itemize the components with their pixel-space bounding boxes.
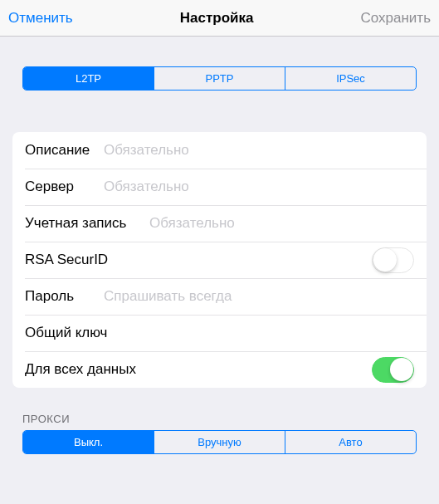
switch-knob — [373, 248, 397, 272]
label-shared-secret: Общий ключ — [25, 325, 115, 341]
row-rsa-securid: RSA SecurID — [12, 242, 427, 278]
segment-l2tp[interactable]: L2TP — [23, 67, 154, 90]
navbar: Отменить Настройка Сохранить — [0, 0, 439, 37]
vpn-settings-group: Описание Сервер Учетная запись RSA Secur… — [12, 132, 427, 388]
input-server[interactable] — [104, 179, 414, 195]
input-account[interactable] — [149, 215, 414, 232]
save-button[interactable]: Сохранить — [361, 10, 431, 27]
label-password: Пароль — [25, 288, 104, 305]
proxy-header: ПРОКСИ — [22, 413, 417, 425]
label-account: Учетная запись — [25, 215, 149, 232]
input-description[interactable] — [104, 142, 414, 159]
segment-proxy-auto[interactable]: Авто — [285, 431, 416, 453]
segment-proxy-manual[interactable]: Вручную — [154, 431, 285, 453]
input-shared-secret[interactable] — [115, 325, 414, 341]
row-account: Учетная запись — [12, 205, 427, 242]
page-title: Настройка — [180, 10, 254, 27]
label-server: Сервер — [25, 179, 104, 195]
vpn-type-segmented: L2TP PPTP IPSec — [22, 66, 417, 91]
segment-pptp[interactable]: PPTP — [154, 67, 285, 90]
segment-proxy-off[interactable]: Выкл. — [23, 431, 154, 453]
segment-ipsec[interactable]: IPSec — [285, 67, 416, 90]
input-password[interactable] — [104, 288, 414, 305]
label-rsa-securid: RSA SecurID — [25, 252, 372, 268]
cancel-button[interactable]: Отменить — [8, 10, 73, 27]
row-shared-secret: Общий ключ — [12, 315, 427, 351]
row-server: Сервер — [12, 169, 427, 205]
label-send-all-traffic: Для всех данных — [25, 361, 372, 378]
row-description: Описание — [12, 132, 427, 169]
content: L2TP PPTP IPSec Описание Сервер Учетная … — [0, 66, 439, 454]
row-password: Пароль — [12, 278, 427, 315]
label-description: Описание — [25, 142, 104, 159]
switch-rsa-securid[interactable] — [372, 247, 414, 273]
switch-knob — [390, 358, 413, 381]
switch-send-all-traffic[interactable] — [372, 357, 414, 383]
proxy-segmented: Выкл. Вручную Авто — [22, 430, 417, 454]
row-send-all-traffic: Для всех данных — [12, 351, 427, 388]
